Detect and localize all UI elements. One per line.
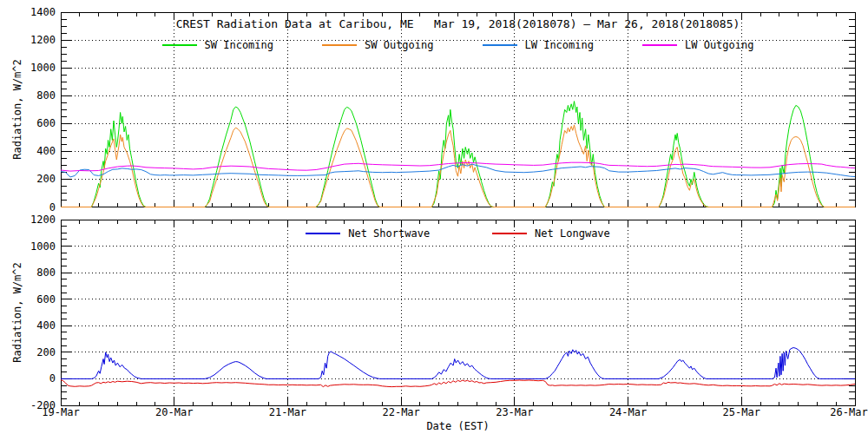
y-tick-label: 0 — [49, 201, 56, 214]
y-axis-label-bottom: Radiation, W/m^2 — [11, 262, 23, 363]
legend-line-swatch — [492, 233, 527, 234]
legend-label: LW Outgoing — [685, 39, 753, 51]
legend-item-net-shortwave: Net Shortwave — [306, 227, 430, 240]
gridlines — [61, 220, 855, 405]
radiation-figure: 0200400600800100012001400-20002004006008… — [0, 0, 868, 434]
series-line-sw-incoming — [61, 102, 855, 207]
legend-item-net-longwave: Net Longwave — [492, 227, 610, 240]
legend-label: LW Incoming — [525, 39, 594, 51]
legend-line-swatch — [642, 44, 677, 46]
legend-bottom: Net ShortwaveNet Longwave — [61, 227, 855, 240]
legend-item-lw-incoming: LW Incoming — [483, 39, 594, 51]
legend-line-swatch — [483, 44, 517, 46]
legend-top: SW IncomingSW OutgoingLW IncomingLW Outg… — [61, 39, 855, 51]
legend-line-swatch — [306, 233, 340, 234]
x-tick-label: 21-Mar — [269, 406, 306, 418]
chart-canvas: 0200400600800100012001400-20002004006008… — [0, 0, 868, 434]
y-tick-label: 200 — [36, 173, 56, 185]
y-axis-label-top: Radiation, W/m^2 — [11, 59, 23, 160]
y-tick-label: 400 — [36, 145, 56, 157]
radiation-components-panel: 0200400600800100012001400 — [30, 6, 855, 214]
y-tick-label: 1000 — [30, 240, 56, 253]
y-tick-label: 800 — [36, 89, 56, 102]
legend-label: SW Incoming — [205, 39, 273, 51]
net-radiation-panel: -200020040060080010001200 — [30, 214, 855, 411]
legend-label: Net Longwave — [535, 227, 610, 240]
legend-item-lw-outgoing: LW Outgoing — [642, 39, 753, 51]
y-tick-label: 600 — [36, 117, 56, 129]
y-tick-label: 200 — [36, 346, 56, 358]
chart-title: CREST Radiation Data at Caribou, ME Mar … — [61, 17, 855, 30]
legend-line-swatch — [162, 44, 197, 46]
axis-ticks — [61, 220, 855, 405]
x-tick-label: 25-Mar — [723, 406, 760, 418]
y-tick-label: 1200 — [30, 214, 56, 226]
x-tick-label: 19-Mar — [42, 406, 79, 418]
x-tick-label: 22-Mar — [382, 406, 419, 418]
y-tick-label: 800 — [36, 266, 56, 279]
y-tick-label: 1000 — [30, 62, 56, 74]
legend-label: Net Shortwave — [348, 227, 430, 240]
panel-border — [61, 220, 855, 405]
x-tick-label: 24-Mar — [609, 406, 647, 418]
series-line-net-shortwave — [61, 348, 855, 379]
x-tick-label: 26-Mar — [830, 406, 867, 418]
legend-item-sw-incoming: SW Incoming — [162, 39, 273, 51]
x-tick-label: 23-Mar — [496, 406, 533, 418]
y-tick-label: 600 — [36, 293, 56, 306]
y-tick-label: 0 — [49, 372, 56, 385]
x-axis-label: Date (EST) — [61, 420, 855, 432]
legend-label: SW Outgoing — [365, 39, 433, 51]
x-tick-label: 20-Mar — [155, 406, 193, 418]
series-line-net-longwave — [61, 380, 855, 387]
y-tick-label: 400 — [36, 319, 56, 332]
y-tick-label: 1400 — [30, 6, 56, 18]
y-tick-label: 1200 — [30, 34, 56, 46]
legend-line-swatch — [322, 44, 357, 46]
legend-item-sw-outgoing: SW Outgoing — [322, 39, 433, 51]
